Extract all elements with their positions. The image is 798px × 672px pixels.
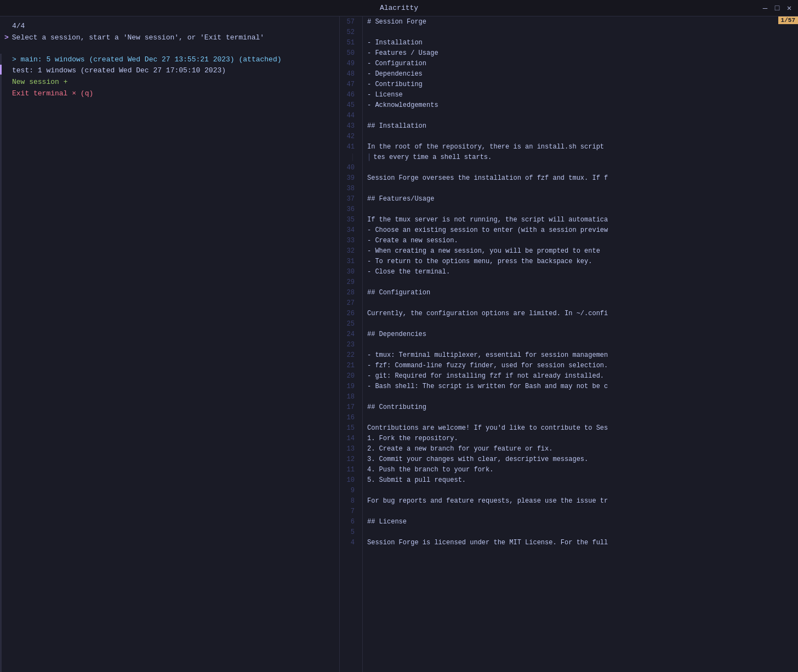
main-container: 4/4 > Select a session, start a 'New ses… [0, 16, 798, 672]
ln-50: 50 [340, 48, 358, 58]
ln-4: 4 [340, 537, 358, 548]
line-44 [367, 110, 798, 121]
line-33: - Create a new session. [367, 235, 798, 246]
line-32: - When creating a new session, you will … [367, 246, 798, 256]
line-23 [367, 339, 798, 350]
ln-15: 15 [340, 423, 358, 433]
line-16 [367, 412, 798, 423]
ln-52: 52 [340, 27, 358, 37]
ln-26: 26 [340, 308, 358, 318]
ln-14: 14 [340, 433, 358, 443]
ln-11: 11 [340, 464, 358, 475]
ln-10: 10 [340, 475, 358, 485]
line-21: - fzf: Command-line fuzzy finder, used f… [367, 360, 798, 371]
exit-terminal-option[interactable]: Exit terminal × (q) [4, 88, 335, 100]
line-49: - Configuration [367, 58, 798, 69]
line-39: Session Forge oversees the installation … [367, 173, 798, 183]
line-8: For bug reports and feature requests, pl… [367, 496, 798, 506]
line-57: # Session Forge [367, 16, 798, 27]
ln-25: 25 [340, 318, 358, 329]
ln-12: 12 [340, 454, 358, 464]
line-45: - Acknowledgements [367, 100, 798, 110]
ln-9: 9 [340, 485, 358, 496]
ln-46: 46 [340, 89, 358, 100]
line-7 [367, 506, 798, 516]
ln-41: 41 [340, 141, 358, 152]
ln-43: 43 [340, 121, 358, 131]
window-title: Alacritty [380, 4, 418, 12]
page-badge: 1/57 [778, 16, 798, 24]
ln-29: 29 [340, 277, 358, 287]
ln-8: 8 [340, 496, 358, 506]
line-10: 5. Submit a pull request. [367, 475, 798, 485]
line-18 [367, 391, 798, 402]
line-29 [367, 277, 798, 287]
ln-33: 33 [340, 235, 358, 246]
ln-cont1: │ [340, 152, 358, 162]
ln-49: 49 [340, 58, 358, 69]
ln-17: 17 [340, 402, 358, 412]
ln-13: 13 [340, 443, 358, 454]
ln-57: 57 [340, 16, 358, 27]
line-6: ## License [367, 516, 798, 527]
line-30: - Close the terminal. [367, 266, 798, 277]
line-14: 1. Fork the repository. [367, 433, 798, 443]
ln-21: 21 [340, 360, 358, 371]
titlebar: Alacritty — □ ✕ [0, 0, 798, 16]
ln-45: 45 [340, 100, 358, 110]
session-test-text: test: 1 windows (created Wed Dec 27 17:0… [12, 66, 226, 75]
line-numbers: 57 52 51 50 49 48 47 46 45 44 43 42 41 │… [340, 16, 363, 672]
session-arrow: > [12, 55, 21, 64]
ln-42: 42 [340, 131, 358, 141]
ln-19: 19 [340, 381, 358, 391]
ln-22: 22 [340, 350, 358, 360]
session-test[interactable]: test: 1 windows (created Wed Dec 27 17:0… [4, 65, 335, 77]
session-name: main: 5 windows (created Wed Dec 27 13:5… [21, 55, 282, 64]
prompt-line: > Select a session, start a 'New session… [4, 32, 335, 44]
line-42 [367, 131, 798, 141]
line-20: - git: Required for installing fzf if no… [367, 371, 798, 381]
line-46: - License [367, 89, 798, 100]
line-26: Currently, the configuration options are… [367, 308, 798, 318]
ln-30: 30 [340, 266, 358, 277]
selected-indicator [0, 65, 2, 75]
exit-terminal-text: Exit terminal × (q) [12, 89, 93, 98]
ln-7: 7 [340, 506, 358, 516]
ln-27: 27 [340, 298, 358, 308]
ln-38: 38 [340, 183, 358, 193]
line-48: - Dependencies [367, 69, 798, 79]
ln-16: 16 [340, 412, 358, 423]
new-session-option[interactable]: New session + [4, 77, 335, 88]
ln-20: 20 [340, 371, 358, 381]
ln-36: 36 [340, 204, 358, 214]
spacer [4, 44, 335, 54]
line-12: 3. Commit your changes with clear, descr… [367, 454, 798, 464]
file-viewer: 57 52 51 50 49 48 47 46 45 44 43 42 41 │… [340, 16, 798, 672]
line-41-cont: │tes every time a shell starts. [367, 152, 798, 162]
line-40 [367, 162, 798, 173]
new-session-text: New session + [12, 78, 67, 86]
line-41: In the root of the repository, there is … [367, 141, 798, 152]
prompt-text: Select a session, start a 'New session',… [12, 32, 264, 44]
left-panel-content: 4/4 > Select a session, start a 'New ses… [0, 21, 339, 100]
ln-23: 23 [340, 339, 358, 350]
session-main[interactable]: > main: 5 windows (created Wed Dec 27 13… [4, 54, 335, 66]
line-25 [367, 318, 798, 329]
line-38 [367, 183, 798, 193]
ln-18: 18 [340, 391, 358, 402]
close-button[interactable]: ✕ [785, 4, 794, 13]
minimize-button[interactable]: — [761, 4, 770, 13]
line-9 [367, 485, 798, 496]
line-31: - To return to the options menu, press t… [367, 256, 798, 266]
ln-40: 40 [340, 162, 358, 173]
line-24: ## Dependencies [367, 329, 798, 339]
line-13: 2. Create a new branch for your feature … [367, 443, 798, 454]
ln-51: 51 [340, 37, 358, 48]
line-43: ## Installation [367, 121, 798, 131]
ln-34: 34 [340, 225, 358, 235]
line-34: - Choose an existing session to enter (w… [367, 225, 798, 235]
maximize-button[interactable]: □ [773, 4, 782, 13]
ln-31: 31 [340, 256, 358, 266]
ln-35: 35 [340, 214, 358, 225]
left-panel: 4/4 > Select a session, start a 'New ses… [0, 16, 340, 672]
